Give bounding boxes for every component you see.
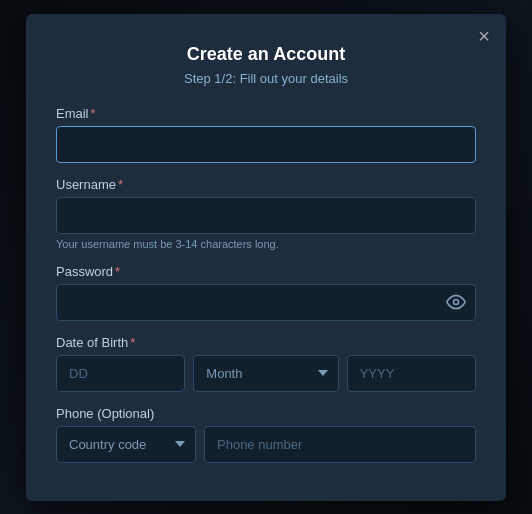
email-input[interactable]: [56, 126, 476, 163]
svg-point-0: [454, 300, 459, 305]
email-required-star: *: [91, 106, 96, 121]
create-account-modal: × Create an Account Step 1/2: Fill out y…: [26, 14, 506, 501]
password-required-star: *: [115, 264, 120, 279]
phone-row: Country code +1 +44 +61 +49 +33 +81 +86 …: [56, 426, 476, 463]
dob-label: Date of Birth*: [56, 335, 476, 350]
phone-label: Phone (Optional): [56, 406, 476, 421]
username-input[interactable]: [56, 197, 476, 234]
country-code-select[interactable]: Country code +1 +44 +61 +49 +33 +81 +86 …: [56, 426, 196, 463]
modal-backdrop: × Create an Account Step 1/2: Fill out y…: [0, 0, 532, 514]
username-required-star: *: [118, 177, 123, 192]
dob-required-star: *: [130, 335, 135, 350]
email-group: Email*: [56, 106, 476, 163]
username-hint: Your username must be 3-14 characters lo…: [56, 238, 476, 250]
password-label: Password*: [56, 264, 476, 279]
modal-title: Create an Account: [56, 44, 476, 65]
password-wrapper: [56, 284, 476, 321]
modal-subtitle: Step 1/2: Fill out your details: [56, 71, 476, 86]
password-group: Password*: [56, 264, 476, 321]
toggle-password-visibility-button[interactable]: [446, 292, 466, 312]
username-group: Username* Your username must be 3-14 cha…: [56, 177, 476, 250]
password-input[interactable]: [56, 284, 476, 321]
dob-month-select[interactable]: Month January February March April May J…: [193, 355, 338, 392]
phone-group: Phone (Optional) Country code +1 +44 +61…: [56, 406, 476, 463]
eye-icon: [446, 292, 466, 312]
email-label: Email*: [56, 106, 476, 121]
phone-number-input[interactable]: [204, 426, 476, 463]
dob-group: Date of Birth* Month January February Ma…: [56, 335, 476, 392]
close-button[interactable]: ×: [478, 26, 490, 46]
username-label: Username*: [56, 177, 476, 192]
dob-row: Month January February March April May J…: [56, 355, 476, 392]
dob-day-input[interactable]: [56, 355, 185, 392]
dob-year-input[interactable]: [347, 355, 476, 392]
